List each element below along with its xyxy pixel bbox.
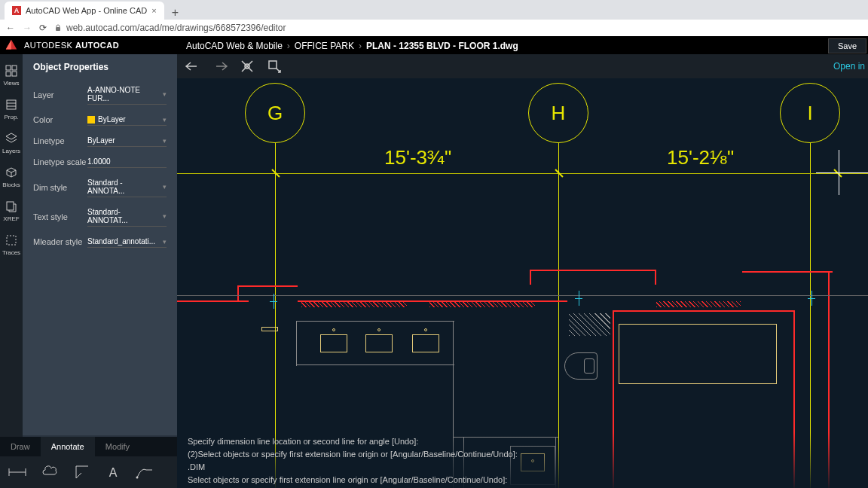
bottom-tabs: Draw Annotate Modify [0, 437, 177, 456]
rail-label: Traces [2, 249, 20, 256]
ltscale-field[interactable]: 1.0000 [87, 156, 167, 168]
rail-xref[interactable]: XREF [3, 199, 19, 222]
brand-autodesk: AUTODESK [24, 41, 72, 50]
panel-title: Object Properties [23, 62, 177, 80]
undo-icon[interactable] [185, 58, 201, 75]
rail-blocks[interactable]: Blocks [2, 165, 20, 188]
select-icon[interactable] [266, 58, 283, 75]
rail-traces[interactable]: Traces [2, 233, 20, 256]
text-icon[interactable]: A [105, 465, 121, 480]
prop-value: ByLayer [98, 115, 126, 124]
aligned-dim-icon[interactable] [74, 464, 90, 480]
svg-rect-4 [12, 66, 17, 70]
lock-icon [54, 24, 62, 32]
blocks-icon [4, 165, 19, 180]
room [619, 324, 777, 384]
new-tab-button[interactable]: + [164, 6, 186, 20]
browser-tab[interactable]: A AutoCAD Web App - Online CAD × [5, 2, 164, 20]
chevron-down-icon: ▾ [163, 183, 167, 191]
grid-label: I [807, 102, 812, 125]
chevron-down-icon: ▾ [163, 238, 167, 246]
command-line[interactable]: Specify dimension line location or secon… [177, 432, 868, 488]
rail-prop[interactable]: Prop. [4, 97, 19, 120]
chevron-right-icon: › [359, 41, 362, 51]
svg-line-17 [76, 473, 81, 478]
layers-icon [4, 131, 19, 146]
autocad-favicon: A [12, 6, 21, 15]
rail-label: XREF [3, 215, 19, 222]
cursor-crosshair [816, 172, 868, 173]
linetype-dropdown[interactable]: ByLayer▾ [87, 135, 167, 147]
bottom-tools: A [0, 456, 177, 488]
close-icon[interactable]: × [151, 6, 156, 15]
layer-dropdown[interactable]: A-ANNO-NOTE FUR...▾ [87, 84, 167, 105]
prop-value: Standard_annotati... [87, 237, 155, 246]
rail-label: Layers [2, 148, 20, 154]
grid-bubble-h: H [528, 83, 588, 143]
save-button[interactable]: Save [828, 38, 866, 53]
snap-icon[interactable] [239, 58, 255, 75]
redo-icon[interactable] [212, 58, 228, 75]
dim-gh: 15'-3³⁄₄" [384, 146, 451, 169]
prop-mleader: Mleader style Standard_annotati...▾ [23, 231, 177, 252]
textstyle-dropdown[interactable]: Standard-ANNOTAT...▾ [87, 206, 167, 227]
wall [177, 295, 868, 296]
marker [270, 301, 277, 302]
wall [530, 270, 531, 285]
rail-label: Prop. [4, 114, 18, 120]
dimstyle-dropdown[interactable]: Standard - ANNOTA...▾ [87, 177, 167, 197]
tab-annotate[interactable]: Annotate [41, 437, 95, 456]
prop-value: A-ANNO-NOTE FUR... [87, 86, 160, 102]
wall [296, 321, 454, 322]
grid-label: H [552, 102, 566, 125]
wall [237, 285, 239, 300]
leader-icon[interactable] [136, 465, 154, 479]
dot [377, 328, 381, 331]
grid-bubble-g: G [245, 83, 305, 143]
marker [575, 298, 582, 299]
cloud-icon[interactable] [42, 465, 59, 479]
wall [742, 271, 833, 273]
cabinet [412, 334, 439, 352]
dim-hi: 15'-2¹⁄₈" [667, 146, 734, 169]
linear-dim-icon[interactable] [8, 465, 27, 479]
prop-value: Standard - ANNOTA... [87, 178, 160, 195]
views-icon [4, 63, 19, 78]
url-input[interactable]: web.autocad.com/acad/me/drawings/6685723… [54, 23, 862, 33]
color-dropdown[interactable]: ByLayer▾ [87, 114, 167, 126]
svg-rect-5 [6, 72, 11, 76]
hatch [569, 313, 610, 336]
prop-label: Dim style [33, 183, 87, 192]
cmd-prompt: Select objects or specify first extensio… [188, 474, 857, 486]
hatch [429, 301, 535, 307]
prop-ltscale: Linetype scale 1.0000 [23, 151, 177, 172]
traces-icon [4, 233, 19, 248]
wall [296, 364, 454, 365]
drawing-canvas[interactable]: G H I 15'-3³⁄₄" 15'-2¹⁄₈" [177, 78, 868, 488]
prop-linetype: Linetype ByLayer▾ [23, 130, 177, 151]
svg-rect-0 [56, 27, 60, 31]
url-text: web.autocad.com/acad/me/drawings/6685723… [66, 23, 286, 33]
prop-label: Layer [33, 90, 87, 99]
crumb-folder[interactable]: OFFICE PARK [295, 41, 354, 51]
cabinet [320, 334, 347, 352]
forward-icon[interactable]: → [23, 23, 32, 33]
rail-views[interactable]: Views [3, 63, 19, 87]
tank [584, 358, 594, 374]
wall [613, 310, 795, 312]
back-icon[interactable]: ← [6, 23, 15, 33]
open-in-link[interactable]: Open in [833, 61, 865, 72]
reload-icon[interactable]: ⟳ [39, 23, 47, 33]
cabinet [365, 334, 393, 352]
tab-draw[interactable]: Draw [0, 437, 41, 456]
rail-layers[interactable]: Layers [2, 131, 20, 154]
properties-icon [4, 97, 19, 112]
wall [296, 321, 297, 366]
svg-rect-7 [7, 100, 16, 109]
address-bar: ← → ⟳ web.autocad.com/acad/me/drawings/6… [0, 20, 868, 36]
browser-tab-bar: A AutoCAD Web App - Online CAD × + [0, 0, 868, 20]
mleader-dropdown[interactable]: Standard_annotati...▾ [87, 236, 167, 248]
crumb-root[interactable]: AutoCAD Web & Mobile [186, 41, 283, 51]
tab-modify[interactable]: Modify [95, 437, 140, 456]
svg-rect-6 [12, 72, 17, 76]
